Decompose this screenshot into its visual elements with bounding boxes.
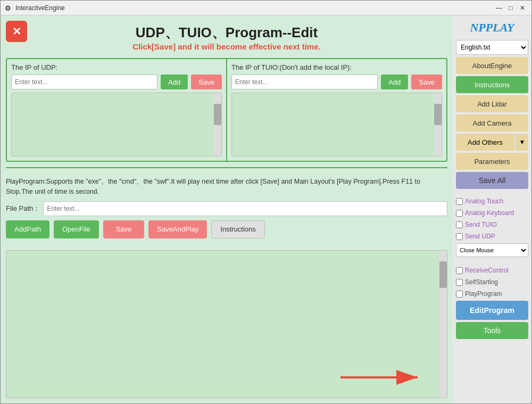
content-area: ✕ UDP、TUIO、Program--Edit Click[Save] and… — [1, 15, 531, 403]
program-description: PlayProgram:Supports the "exe"、the "cmd"… — [6, 177, 447, 197]
add-others-button[interactable]: Add Others — [456, 134, 514, 151]
analog-touch-checkbox[interactable] — [456, 198, 463, 205]
file-path-input[interactable] — [43, 201, 447, 216]
send-udp-row: Send UDP — [456, 232, 528, 241]
udp-panel: The IP of UDP: Add Save — [7, 59, 227, 161]
minimize-button[interactable]: — — [494, 3, 504, 13]
npplay-logo: NPPLAY — [456, 19, 528, 38]
play-program-checkbox[interactable] — [456, 291, 463, 298]
openfile-button[interactable]: OpenFile — [54, 220, 99, 238]
tuio-input-row: Add Save — [231, 75, 442, 89]
udp-input[interactable] — [11, 75, 157, 89]
play-program-label: PlayProgram — [465, 290, 502, 298]
add-camera-button[interactable]: Add Camera — [456, 114, 528, 131]
maximize-button[interactable]: □ — [506, 3, 516, 13]
main-title: UDP、TUIO、Program--Edit — [6, 23, 447, 42]
main-window: ⚙ InteractiveEngine — □ ✕ ✕ UDP、TUIO、Pro… — [0, 0, 532, 404]
tuio-save-button[interactable]: Save — [411, 75, 442, 89]
self-starting-checkbox[interactable] — [456, 279, 463, 286]
udp-add-button[interactable]: Add — [161, 75, 188, 89]
send-udp-checkbox[interactable] — [456, 233, 463, 240]
saveandplay-button[interactable]: SaveAndPlay — [148, 220, 207, 238]
edit-program-button[interactable]: EditProgram — [456, 301, 528, 320]
window-controls: — □ ✕ — [494, 3, 527, 13]
instructions-sidebar-button[interactable]: Instructions — [456, 76, 528, 93]
play-program-row: PlayProgram — [456, 289, 528, 299]
add-lidar-button[interactable]: Add Lidar — [456, 95, 528, 112]
prog-scrollbar[interactable] — [439, 251, 447, 398]
tuio-scrollbar-thumb — [434, 104, 442, 125]
section-divider — [6, 167, 447, 168]
addpath-button[interactable]: AddPath — [6, 220, 49, 238]
receive-control-label: ReceiveControl — [465, 267, 509, 274]
tuio-scrollbar[interactable] — [434, 93, 442, 156]
analog-touch-row: Analog Touch — [456, 196, 528, 206]
send-udp-label: Send UDP — [465, 233, 495, 240]
add-others-row: Add Others ▼ — [456, 134, 528, 151]
close-mouse-row: Close Mouse — [456, 243, 528, 257]
udp-label: The IP of UDP: — [11, 63, 222, 71]
save-all-button[interactable]: Save All — [456, 172, 528, 189]
udp-list-area — [11, 93, 222, 156]
tuio-panel: The IP of TUIO:(Don't add the local IP):… — [227, 59, 446, 161]
ip-section: The IP of UDP: Add Save The IP of TUIO:(… — [6, 58, 447, 162]
analog-keyboard-row: Analog Keyboard — [456, 208, 528, 218]
instructions-button[interactable]: Instructions — [211, 220, 264, 238]
close-mouse-dropdown[interactable]: Close Mouse — [456, 243, 528, 257]
main-panel: ✕ UDP、TUIO、Program--Edit Click[Save] and… — [1, 15, 453, 403]
prog-scrollbar-thumb — [439, 261, 447, 288]
add-others-dropdown-button[interactable]: ▼ — [516, 134, 528, 151]
subtitle: Click[Save] and it will become effective… — [6, 42, 447, 51]
sidebar-divider2 — [456, 259, 528, 263]
parameters-button[interactable]: Parameters — [456, 153, 528, 170]
arrow-svg — [335, 364, 431, 391]
self-starting-row: SelfStarting — [456, 277, 528, 287]
udp-save-button[interactable]: Save — [191, 75, 222, 89]
program-section: PlayProgram:Supports the "exe"、the "cmd"… — [6, 174, 447, 246]
analog-keyboard-label: Analog Keyboard — [465, 209, 514, 217]
udp-scrollbar[interactable] — [214, 93, 221, 156]
save-program-button[interactable]: Save — [103, 220, 145, 238]
program-buttons: AddPath OpenFile Save SaveAndPlay Instru… — [6, 220, 447, 238]
file-path-row: File Path： — [6, 201, 447, 216]
header-section: UDP、TUIO、Program--Edit Click[Save] and i… — [6, 21, 447, 54]
udp-scrollbar-thumb — [214, 104, 221, 125]
language-dropdown[interactable]: English.txt — [456, 40, 528, 55]
tuio-list-area — [231, 93, 442, 156]
send-tuio-row: Send TUIO — [456, 220, 528, 229]
analog-touch-label: Analog Touch — [465, 197, 504, 205]
title-bar: ⚙ InteractiveEngine — □ ✕ — [1, 1, 531, 15]
send-tuio-label: Send TUIO — [465, 221, 497, 228]
window-close-button[interactable]: ✕ — [518, 3, 527, 13]
app-icon: ⚙ — [5, 4, 12, 12]
tuio-input[interactable] — [231, 75, 378, 89]
right-sidebar: NPPLAY English.txt AboutEngine Instructi… — [453, 15, 531, 403]
sidebar-divider1 — [456, 191, 528, 194]
window-title: InteractiveEngine — [15, 4, 491, 12]
close-button[interactable]: ✕ — [6, 21, 27, 42]
about-engine-button[interactable]: AboutEngine — [456, 57, 528, 74]
tuio-label: The IP of TUIO:(Don't add the local IP): — [231, 63, 442, 71]
udp-input-row: Add Save — [11, 75, 222, 89]
tools-button[interactable]: Tools — [456, 322, 528, 339]
receive-control-row: ReceiveControl — [456, 266, 528, 275]
tuio-add-button[interactable]: Add — [381, 75, 408, 89]
program-list-area — [6, 250, 447, 399]
analog-keyboard-checkbox[interactable] — [456, 210, 463, 217]
close-icon: ✕ — [12, 25, 21, 38]
arrow-indicator — [335, 364, 431, 392]
self-starting-label: SelfStarting — [465, 278, 498, 286]
file-path-label: File Path： — [6, 204, 40, 213]
receive-control-checkbox[interactable] — [456, 267, 463, 274]
send-tuio-checkbox[interactable] — [456, 221, 463, 228]
